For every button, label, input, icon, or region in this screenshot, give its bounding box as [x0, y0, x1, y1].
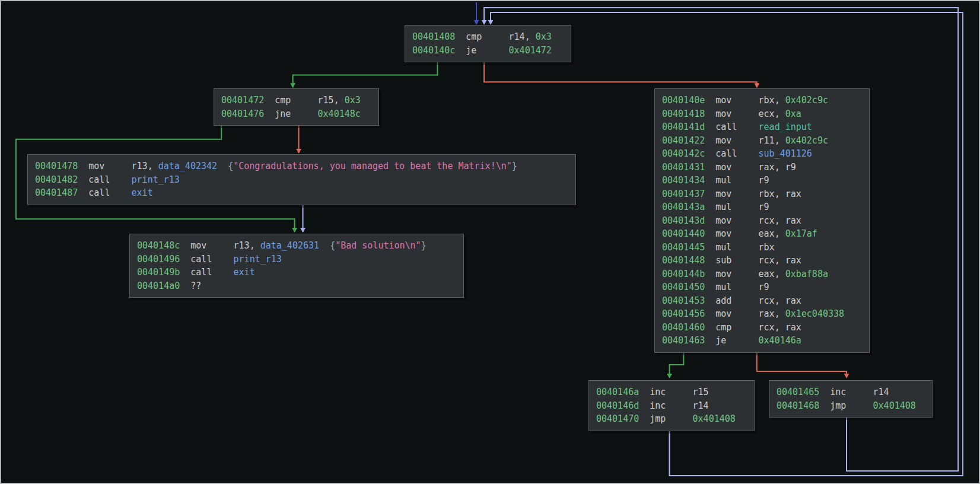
basic-block-40146a[interactable]: 0040146a inc r150040146d inc r1400401470…	[588, 380, 755, 431]
asm-line[interactable]: 0040140c je 0x401472	[412, 44, 564, 58]
asm-line[interactable]: 00401470 jmp 0x401408	[596, 412, 747, 426]
token-address: 00401487	[35, 187, 78, 198]
token-text: jmp	[819, 400, 873, 411]
token-number: 0x401472	[509, 45, 552, 56]
token-number: 0x401408	[873, 400, 916, 411]
asm-line[interactable]: 00401456 mov rax, 0x1ec040338	[662, 307, 862, 321]
token-address: 00401440	[662, 228, 705, 239]
basic-block-401408[interactable]: 00401408 cmp r14, 0x30040140c je 0x40147…	[405, 25, 571, 62]
token-symbol: print_r13	[132, 174, 180, 185]
token-text: cmp r15,	[264, 95, 344, 106]
token-text: mul r9	[705, 202, 769, 212]
token-number: 0x17af	[785, 228, 817, 239]
token-text: je	[455, 45, 508, 56]
asm-line[interactable]: 00401408 cmp r14, 0x3	[412, 30, 564, 44]
asm-line[interactable]: 0040143a mul r9	[662, 200, 862, 214]
token-symbol: print_r13	[234, 254, 282, 265]
token-comment: }	[512, 161, 517, 171]
asm-line[interactable]: 00401440 mov eax, 0x17af	[662, 227, 862, 241]
token-address: 00401472	[221, 95, 264, 106]
token-address: 00401468	[777, 400, 819, 411]
token-text: jne	[264, 109, 317, 119]
asm-line[interactable]: 00401476 jne 0x40148c	[221, 107, 371, 121]
token-text: mov rbx, rax	[705, 189, 801, 199]
token-string: "Bad solution\n"	[335, 240, 421, 251]
asm-line[interactable]: 0040141d call read_input	[662, 120, 862, 134]
token-text: ??	[180, 281, 201, 291]
basic-block-40140e[interactable]: 0040140e mov rbx, 0x402c9c00401418 mov e…	[654, 88, 870, 353]
token-text: inc r14	[639, 400, 708, 411]
asm-line[interactable]: 0040148c mov r13, data_402631 {"Bad solu…	[137, 239, 456, 253]
asm-line[interactable]: 00401468 jmp 0x401408	[777, 399, 925, 413]
edge-401408-to-401472	[293, 62, 438, 87]
token-number: 0xbaf88a	[785, 269, 828, 279]
asm-line[interactable]: 00401445 mul rbx	[662, 241, 862, 254]
asm-line[interactable]: 00401422 mov r11, 0x402c9c	[662, 134, 862, 148]
token-text: mul r9	[705, 175, 769, 186]
asm-line[interactable]: 00401482 call print_r13	[35, 173, 568, 187]
token-number: 0x3	[536, 31, 552, 42]
token-address: 00401418	[662, 109, 705, 119]
asm-line[interactable]: 00401465 inc r14	[777, 386, 925, 399]
token-text: call	[705, 122, 758, 132]
token-symbol: exit	[132, 187, 153, 198]
asm-line[interactable]: 00401448 sub rcx, rax	[662, 254, 862, 268]
token-address: 00401453	[662, 295, 705, 306]
token-address: 00401470	[596, 413, 639, 424]
asm-line[interactable]: 0040142c call sub_401126	[662, 147, 862, 161]
token-address: 00401478	[35, 161, 78, 171]
token-address: 0040146a	[596, 387, 639, 397]
token-address: 0040149b	[137, 267, 180, 278]
token-text: mov eax,	[705, 269, 785, 279]
asm-line[interactable]: 0040143d mov rcx, rax	[662, 214, 862, 228]
asm-line[interactable]: 0040140e mov rbx, 0x402c9c	[662, 94, 862, 107]
asm-line[interactable]: 0040146d inc r14	[596, 399, 747, 413]
token-address: 0040140c	[412, 45, 455, 56]
disassembly-graph-view[interactable]: 00401408 cmp r14, 0x30040140c je 0x40147…	[0, 0, 980, 484]
token-address: 00401460	[662, 322, 705, 333]
token-number: 0xa	[785, 109, 801, 119]
asm-line[interactable]: 00401437 mov rbx, rax	[662, 187, 862, 201]
token-address: 0040143d	[662, 215, 705, 226]
asm-line[interactable]: 00401418 mov ecx, 0xa	[662, 107, 862, 121]
token-address: 0040142c	[662, 148, 705, 159]
asm-line[interactable]: 00401460 cmp rcx, rax	[662, 321, 862, 335]
token-text: inc r14	[819, 387, 889, 397]
token-text: call	[78, 187, 131, 198]
asm-line[interactable]: 00401496 call print_r13	[137, 253, 456, 266]
token-text: mov r13,	[180, 240, 260, 251]
basic-block-401478[interactable]: 00401478 mov r13, data_402342 {"Congradu…	[27, 154, 576, 205]
basic-block-401465[interactable]: 00401465 inc r1400401468 jmp 0x401408	[769, 380, 933, 418]
token-number: 0x40148c	[318, 109, 361, 119]
asm-line[interactable]: 0040146a inc r15	[596, 386, 747, 399]
basic-block-401472[interactable]: 00401472 cmp r15, 0x300401476 jne 0x4014…	[214, 88, 379, 126]
token-address: 00401476	[221, 109, 264, 119]
token-text: call	[180, 254, 233, 265]
token-address: 0040146d	[596, 400, 639, 411]
asm-line[interactable]: 00401453 add rcx, rax	[662, 294, 862, 308]
token-import-symbol: read_input	[759, 122, 812, 132]
asm-line[interactable]: 00401472 cmp r15, 0x3	[221, 94, 371, 107]
token-number: 0x402c9c	[785, 135, 828, 146]
asm-line[interactable]: 0040144b mov eax, 0xbaf88a	[662, 268, 862, 281]
basic-block-40148c[interactable]: 0040148c mov r13, data_402631 {"Bad solu…	[129, 234, 464, 298]
asm-line[interactable]: 00401450 mul r9	[662, 281, 862, 294]
token-text: call	[78, 174, 131, 185]
token-number: 0x1ec040338	[785, 308, 844, 319]
edge-40140e-to-40146a	[670, 351, 684, 378]
token-text: inc r15	[639, 387, 708, 397]
asm-line[interactable]: 0040149b call exit	[137, 266, 456, 279]
token-address: 0040148c	[137, 240, 180, 251]
token-number: 0x40146a	[759, 335, 801, 346]
token-address: 00401456	[662, 308, 705, 319]
asm-line[interactable]: 004014a0 ??	[137, 279, 456, 293]
asm-line[interactable]: 00401487 call exit	[35, 186, 568, 200]
asm-line[interactable]: 00401434 mul r9	[662, 174, 862, 187]
asm-line[interactable]: 00401431 mov rax, r9	[662, 161, 862, 174]
asm-line[interactable]: 00401478 mov r13, data_402342 {"Congradu…	[35, 160, 568, 173]
token-address: 0040144b	[662, 269, 705, 279]
token-text: add rcx, rax	[705, 295, 801, 306]
token-text: jmp	[639, 413, 692, 424]
asm-line[interactable]: 00401463 je 0x40146a	[662, 334, 862, 348]
token-symbol: exit	[234, 267, 255, 278]
